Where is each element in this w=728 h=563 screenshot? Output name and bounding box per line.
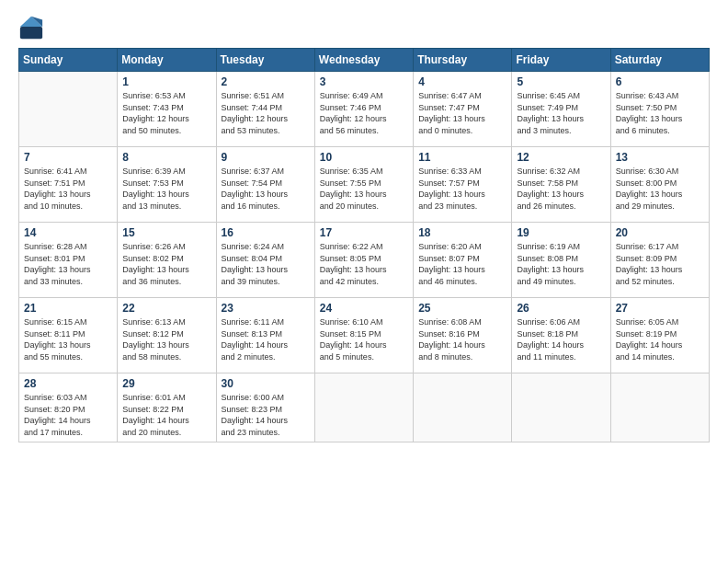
day-info: Sunrise: 6:26 AM Sunset: 8:02 PM Dayligh… [122,241,210,287]
day-number: 30 [222,377,310,390]
day-number: 29 [122,377,210,390]
day-info: Sunrise: 6:41 AM Sunset: 7:51 PM Dayligh… [24,166,112,212]
calendar-cell: 11Sunrise: 6:33 AM Sunset: 7:57 PM Dayli… [414,147,512,223]
day-number: 14 [24,226,112,239]
day-info: Sunrise: 6:19 AM Sunset: 8:08 PM Dayligh… [517,241,605,287]
day-info: Sunrise: 6:30 AM Sunset: 8:00 PM Dayligh… [616,166,704,212]
header-saturday: Saturday [610,49,709,72]
day-info: Sunrise: 6:11 AM Sunset: 8:13 PM Dayligh… [222,316,310,362]
calendar-cell [414,373,512,442]
day-number: 1 [122,75,210,88]
calendar-cell: 14Sunrise: 6:28 AM Sunset: 8:01 PM Dayli… [19,223,118,298]
calendar-cell: 18Sunrise: 6:20 AM Sunset: 8:07 PM Dayli… [414,223,512,298]
calendar-cell: 27Sunrise: 6:05 AM Sunset: 8:19 PM Dayli… [610,298,709,373]
day-number: 15 [122,226,210,239]
calendar-cell: 24Sunrise: 6:10 AM Sunset: 8:15 PM Dayli… [314,298,413,373]
day-info: Sunrise: 6:15 AM Sunset: 8:11 PM Dayligh… [24,316,112,362]
header-row: SundayMondayTuesdayWednesdayThursdayFrid… [19,49,710,72]
day-number: 26 [517,302,605,315]
day-info: Sunrise: 6:08 AM Sunset: 8:16 PM Dayligh… [418,316,506,362]
calendar-cell: 15Sunrise: 6:26 AM Sunset: 8:02 PM Dayli… [118,223,216,298]
header-sunday: Sunday [19,49,118,72]
calendar-cell: 1Sunrise: 6:53 AM Sunset: 7:43 PM Daylig… [118,72,216,147]
header-wednesday: Wednesday [314,49,413,72]
calendar-cell: 5Sunrise: 6:45 AM Sunset: 7:49 PM Daylig… [512,72,610,147]
day-number: 22 [122,302,210,315]
calendar-table: SundayMondayTuesdayWednesdayThursdayFrid… [18,48,710,442]
day-number: 13 [616,151,704,164]
day-number: 4 [418,75,506,88]
calendar-page: SundayMondayTuesdayWednesdayThursdayFrid… [0,0,728,563]
day-info: Sunrise: 6:47 AM Sunset: 7:47 PM Dayligh… [418,90,506,136]
day-number: 5 [517,75,605,88]
day-info: Sunrise: 6:39 AM Sunset: 7:53 PM Dayligh… [122,166,210,212]
day-number: 7 [24,151,112,164]
day-number: 10 [320,151,408,164]
week-row-4: 21Sunrise: 6:15 AM Sunset: 8:11 PM Dayli… [19,298,710,373]
day-info: Sunrise: 6:01 AM Sunset: 8:22 PM Dayligh… [122,392,210,438]
calendar-cell: 29Sunrise: 6:01 AM Sunset: 8:22 PM Dayli… [118,373,216,442]
calendar-cell: 23Sunrise: 6:11 AM Sunset: 8:13 PM Dayli… [216,298,314,373]
calendar-cell: 25Sunrise: 6:08 AM Sunset: 8:16 PM Dayli… [414,298,512,373]
day-number: 21 [24,302,112,315]
day-info: Sunrise: 6:06 AM Sunset: 8:18 PM Dayligh… [517,316,605,362]
header-tuesday: Tuesday [216,49,314,72]
day-info: Sunrise: 6:53 AM Sunset: 7:43 PM Dayligh… [122,90,210,136]
day-number: 24 [320,302,408,315]
day-number: 9 [222,151,310,164]
week-row-3: 14Sunrise: 6:28 AM Sunset: 8:01 PM Dayli… [19,223,710,298]
calendar-cell [19,72,118,147]
day-info: Sunrise: 6:24 AM Sunset: 8:04 PM Dayligh… [222,241,310,287]
day-number: 8 [122,151,210,164]
day-number: 19 [517,226,605,239]
calendar-cell [610,373,709,442]
day-info: Sunrise: 6:20 AM Sunset: 8:07 PM Dayligh… [418,241,506,287]
calendar-cell: 30Sunrise: 6:00 AM Sunset: 8:23 PM Dayli… [216,373,314,442]
header [18,15,710,40]
day-info: Sunrise: 6:13 AM Sunset: 8:12 PM Dayligh… [122,316,210,362]
day-info: Sunrise: 6:33 AM Sunset: 7:57 PM Dayligh… [418,166,506,212]
calendar-cell: 19Sunrise: 6:19 AM Sunset: 8:08 PM Dayli… [512,223,610,298]
day-number: 16 [222,226,310,239]
day-info: Sunrise: 6:35 AM Sunset: 7:55 PM Dayligh… [320,166,408,212]
calendar-cell: 21Sunrise: 6:15 AM Sunset: 8:11 PM Dayli… [19,298,118,373]
day-info: Sunrise: 6:05 AM Sunset: 8:19 PM Dayligh… [616,316,704,362]
day-info: Sunrise: 6:45 AM Sunset: 7:49 PM Dayligh… [517,90,605,136]
week-row-5: 28Sunrise: 6:03 AM Sunset: 8:20 PM Dayli… [19,373,710,442]
day-info: Sunrise: 6:43 AM Sunset: 7:50 PM Dayligh… [616,90,704,136]
calendar-cell: 22Sunrise: 6:13 AM Sunset: 8:12 PM Dayli… [118,298,216,373]
day-number: 20 [616,226,704,239]
day-number: 25 [418,302,506,315]
calendar-cell: 9Sunrise: 6:37 AM Sunset: 7:54 PM Daylig… [216,147,314,223]
calendar-cell: 3Sunrise: 6:49 AM Sunset: 7:46 PM Daylig… [314,72,413,147]
calendar-cell: 20Sunrise: 6:17 AM Sunset: 8:09 PM Dayli… [610,223,709,298]
day-number: 12 [517,151,605,164]
header-thursday: Thursday [414,49,512,72]
day-info: Sunrise: 6:03 AM Sunset: 8:20 PM Dayligh… [24,392,112,438]
calendar-cell: 12Sunrise: 6:32 AM Sunset: 7:58 PM Dayli… [512,147,610,223]
svg-rect-0 [20,27,42,39]
calendar-cell: 4Sunrise: 6:47 AM Sunset: 7:47 PM Daylig… [414,72,512,147]
day-number: 3 [320,75,408,88]
day-number: 23 [222,302,310,315]
day-number: 27 [616,302,704,315]
day-info: Sunrise: 6:49 AM Sunset: 7:46 PM Dayligh… [320,90,408,136]
calendar-cell: 2Sunrise: 6:51 AM Sunset: 7:44 PM Daylig… [216,72,314,147]
day-number: 17 [320,226,408,239]
calendar-cell: 6Sunrise: 6:43 AM Sunset: 7:50 PM Daylig… [610,72,709,147]
calendar-cell: 8Sunrise: 6:39 AM Sunset: 7:53 PM Daylig… [118,147,216,223]
calendar-cell [512,373,610,442]
calendar-cell: 7Sunrise: 6:41 AM Sunset: 7:51 PM Daylig… [19,147,118,223]
day-info: Sunrise: 6:28 AM Sunset: 8:01 PM Dayligh… [24,241,112,287]
calendar-cell: 17Sunrise: 6:22 AM Sunset: 8:05 PM Dayli… [314,223,413,298]
header-monday: Monday [118,49,216,72]
logo-icon [18,15,44,40]
calendar-cell: 10Sunrise: 6:35 AM Sunset: 7:55 PM Dayli… [314,147,413,223]
day-number: 2 [222,75,310,88]
day-number: 28 [24,377,112,390]
day-info: Sunrise: 6:51 AM Sunset: 7:44 PM Dayligh… [222,90,310,136]
calendar-cell [314,373,413,442]
calendar-cell: 28Sunrise: 6:03 AM Sunset: 8:20 PM Dayli… [19,373,118,442]
calendar-cell: 26Sunrise: 6:06 AM Sunset: 8:18 PM Dayli… [512,298,610,373]
day-info: Sunrise: 6:32 AM Sunset: 7:58 PM Dayligh… [517,166,605,212]
